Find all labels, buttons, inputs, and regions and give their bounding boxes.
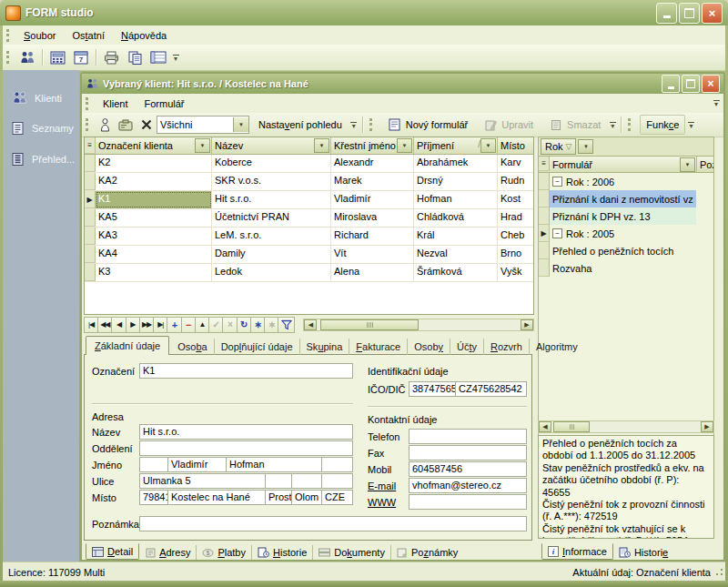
cell-misto[interactable]: Cheb	[498, 228, 533, 245]
tab-dokumenty[interactable]: Dokumenty	[313, 545, 391, 560]
filter-button[interactable]	[278, 317, 295, 333]
cell-krestni[interactable]: Alena	[331, 264, 414, 281]
tree-item-row-highlight[interactable]: Přiznání k DPH vz. 13	[539, 207, 713, 225]
cell-misto[interactable]: Rudn	[498, 173, 533, 190]
scroll-right-button[interactable]: ▶	[521, 319, 533, 330]
table-row[interactable]: K3LedokAlenaŠrámkováVyšk	[85, 264, 533, 282]
forms-toolbar-button[interactable]: 7	[69, 46, 93, 68]
email-link-label[interactable]: E-mail	[368, 481, 396, 491]
sidebar-item-klienti[interactable]: Klienti	[3, 83, 79, 113]
toolbar-grip[interactable]	[369, 118, 375, 131]
menu-napoveda[interactable]: Nápověda	[113, 27, 175, 44]
tab-detail[interactable]: Detail	[86, 543, 139, 560]
prijmeni-field[interactable]: Hofman	[226, 457, 322, 472]
cell-oznaceni[interactable]: K2	[96, 155, 212, 172]
cell-oznaceni[interactable]: KA2	[96, 173, 212, 190]
column-filter-button[interactable]: ▼	[397, 138, 412, 153]
sidebar-item-seznamy[interactable]: Seznamy	[3, 113, 79, 144]
tab-platby[interactable]: $ Platby	[197, 545, 252, 560]
card-toolbar-button[interactable]	[115, 114, 136, 136]
dic-field[interactable]: CZ475628542	[455, 381, 527, 397]
www-field[interactable]	[409, 494, 527, 510]
resize-grip[interactable]	[713, 566, 724, 577]
new-form-button[interactable]: Nový formulář	[381, 115, 474, 135]
navigator-bookmark-goto-button[interactable]: ∗	[264, 317, 278, 333]
tab-algoritmy[interactable]: Algoritmy	[530, 339, 584, 355]
cell-oznaceni[interactable]: KA4	[96, 246, 212, 263]
tab-osoba[interactable]: Osoba	[171, 339, 214, 355]
tree-item-label[interactable]: Přiznání k dani z nemovitostí vz	[550, 190, 696, 207]
cell-prijmeni[interactable]: Abrahámek	[414, 155, 498, 172]
column-filter-button[interactable]: ▼	[680, 157, 695, 172]
navigator-edit-button[interactable]: ▲	[195, 317, 209, 333]
table-row[interactable]: KA5Účetnictví PRANMiroslavaChládkováHrad	[85, 209, 533, 228]
navigator-next-page-button[interactable]: ▶▶	[139, 317, 154, 333]
column-header-poznamka[interactable]: Poznámka	[697, 157, 713, 172]
navigator-refresh-button[interactable]: ↻	[237, 317, 251, 333]
tree-group-row-current[interactable]: ▶ −Rok : 2005	[539, 225, 713, 242]
column-filter-button[interactable]: ▼	[480, 138, 496, 153]
copy-toolbar-button[interactable]	[123, 46, 147, 68]
cell-krestni[interactable]: Alexandr	[331, 155, 414, 172]
cell-prijmeni[interactable]: Drsný	[414, 173, 498, 190]
delete-client-toolbar-button[interactable]	[136, 114, 157, 136]
cislo-popisne-field[interactable]	[265, 473, 292, 489]
www-link-label[interactable]: WWW	[368, 497, 396, 508]
ulice-extra-field[interactable]	[321, 473, 353, 489]
list-toolbar-button[interactable]	[147, 46, 170, 68]
table-row[interactable]: KA3LeM. s.r.o.RichardKrálCheb	[85, 228, 533, 246]
menubar-overflow-button[interactable]: ▾	[711, 94, 722, 114]
cell-nazev[interactable]: LeM. s.r.o.	[212, 228, 331, 245]
minimize-button[interactable]	[656, 3, 677, 24]
navigator-prior-page-button[interactable]: ◀◀	[97, 317, 112, 333]
table-row[interactable]: KA4DamilyVítNezvalBrno	[85, 246, 533, 264]
cell-prijmeni[interactable]: Chládková	[414, 209, 498, 227]
titul-za-field[interactable]	[321, 457, 353, 472]
tab-adresy[interactable]: Adresy	[139, 545, 197, 560]
scroll-left-button[interactable]: ◀	[539, 421, 551, 432]
view-filter-combo[interactable]: Všichni ▼	[157, 116, 249, 134]
fax-field[interactable]	[409, 445, 527, 460]
print-toolbar-button[interactable]	[99, 46, 123, 68]
titul-field[interactable]	[139, 457, 168, 472]
menu-ostatni[interactable]: Ostatní	[64, 27, 112, 44]
tree-item-label[interactable]: Přiznání k DPH vz. 13	[550, 207, 696, 225]
tab-ucty[interactable]: Účty	[450, 339, 484, 355]
navigator-next-button[interactable]: ▶	[126, 317, 140, 333]
cell-oznaceni[interactable]: K3	[96, 264, 212, 281]
cell-misto[interactable]: Vyšk	[498, 264, 533, 281]
tree-item-label[interactable]: Rozvaha	[550, 259, 713, 277]
okres-field[interactable]: Prost	[265, 490, 292, 505]
cell-prijmeni[interactable]: Šrámková	[414, 264, 498, 281]
cell-krestni[interactable]: Miroslava	[331, 209, 414, 227]
tab-skupina[interactable]: Skupina	[300, 339, 350, 355]
group-filter-button[interactable]: ▼	[578, 139, 593, 154]
menu-formular[interactable]: Formulář	[136, 96, 193, 112]
calculator-toolbar-button[interactable]	[46, 46, 69, 68]
cell-krestni[interactable]: Richard	[331, 228, 414, 245]
cell-krestni[interactable]: Marek	[331, 173, 414, 190]
cell-oznaceni-selected[interactable]: K1	[96, 191, 212, 208]
cell-nazev[interactable]: Hit s.r.o.	[212, 191, 331, 208]
cislo-orientacni-field[interactable]	[291, 473, 322, 489]
oznaceni-field[interactable]: K1	[139, 363, 353, 379]
ico-field[interactable]: 38747565	[409, 381, 456, 397]
poznamka-field[interactable]	[139, 516, 527, 531]
tree-group-row[interactable]: −Rok : 2006	[539, 173, 713, 190]
cell-prijmeni[interactable]: Hofman	[414, 191, 498, 208]
navigator-post-button[interactable]: ✓	[208, 317, 223, 333]
telefon-field[interactable]	[409, 429, 527, 444]
client-maximize-button[interactable]	[682, 75, 700, 93]
toolbar-grip[interactable]	[6, 51, 12, 64]
cell-prijmeni[interactable]: Král	[414, 228, 498, 245]
edit-form-button[interactable]: Upravit	[477, 115, 540, 135]
cell-oznaceni[interactable]: KA5	[96, 209, 212, 227]
tab-historie[interactable]: Historie	[252, 545, 313, 560]
nazev-field[interactable]: Hit s.r.o.	[139, 424, 353, 440]
tree-item-row[interactable]: Rozvaha	[539, 259, 713, 277]
clients-toolbar-button[interactable]	[15, 46, 39, 68]
cell-nazev[interactable]: Damily	[212, 246, 331, 263]
table-row-selected[interactable]: ▶ K1Hit s.r.o.VladimírHofmanKost	[85, 191, 533, 209]
navigator-bookmark-set-button[interactable]: ∗	[250, 317, 265, 333]
cell-prijmeni[interactable]: Nezval	[414, 246, 498, 263]
